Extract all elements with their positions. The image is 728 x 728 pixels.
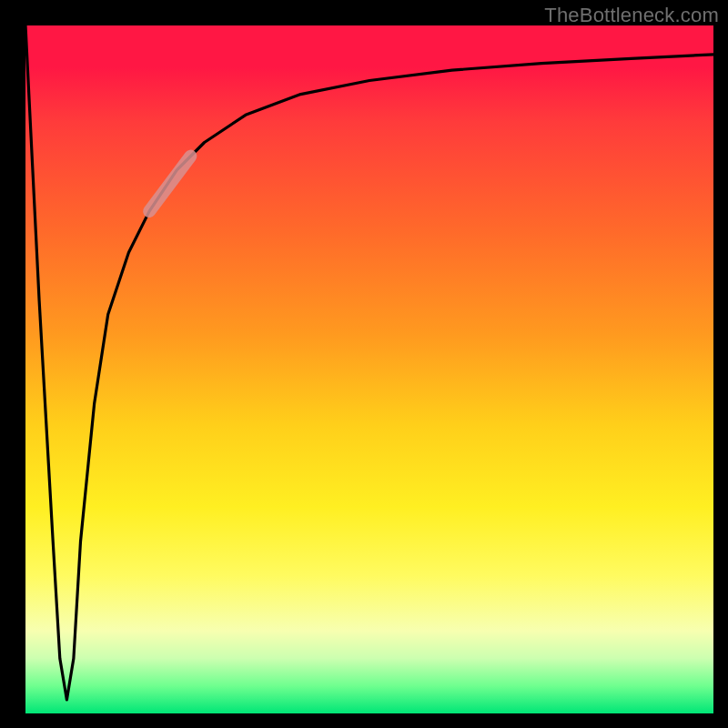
bottleneck-curve — [25, 25, 713, 713]
plot-area — [25, 25, 713, 713]
curve-path — [25, 25, 713, 700]
watermark-text: TheBottleneck.com — [544, 4, 719, 27]
curve-highlight — [149, 157, 190, 212]
chart-frame: TheBottleneck.com — [0, 0, 728, 728]
